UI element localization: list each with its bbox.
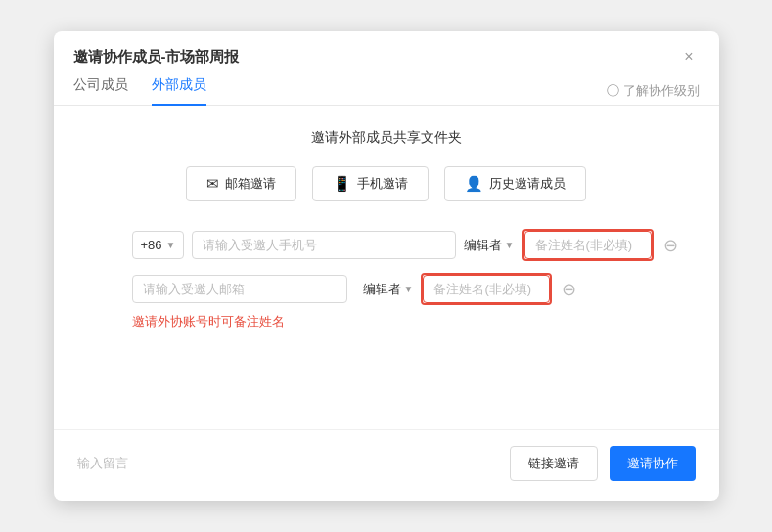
footer-actions: 链接邀请 邀请协作 [510, 446, 696, 481]
tab-company[interactable]: 公司成员 [73, 76, 128, 106]
help-link[interactable]: ⓘ 了解协作级别 [607, 82, 700, 100]
role-chevron-icon: ▼ [505, 240, 515, 250]
chevron-down-icon: ▼ [166, 240, 176, 250]
role-chevron-email-icon: ▼ [404, 284, 414, 294]
role-selector-email[interactable]: 编辑者 ▼ [363, 281, 414, 298]
close-button[interactable]: × [678, 47, 699, 66]
invite-button[interactable]: 邀请协作 [610, 446, 696, 481]
tabs-row: 公司成员 外部成员 ⓘ 了解协作级别 [54, 66, 719, 106]
dialog-header: 邀请协作成员-市场部周报 × [54, 31, 719, 66]
invite-methods: ✉ 邮箱邀请 📱 手机邀请 👤 历史邀请成员 [93, 166, 680, 201]
invite-dialog: 邀请协作成员-市场部周报 × 公司成员 外部成员 ⓘ 了解协作级别 邀请外部成员… [54, 31, 719, 501]
section-title: 邀请外部成员共享文件夹 [93, 129, 680, 147]
email-invite-button[interactable]: ✉ 邮箱邀请 [186, 166, 296, 201]
invite-rows: +86 ▼ 编辑者 ▼ ⊖ 编辑者 ▼ [132, 229, 680, 305]
note-highlight-box-email [421, 273, 552, 305]
info-icon: ⓘ [607, 82, 619, 100]
dialog-footer: 输入留言 链接邀请 邀请协作 [54, 429, 719, 501]
link-invite-button[interactable]: 链接邀请 [510, 446, 598, 481]
phone-invite-button[interactable]: 📱 手机邀请 [312, 166, 429, 201]
remove-row-email-button[interactable]: ⊖ [560, 281, 578, 298]
history-icon: 👤 [465, 175, 483, 193]
hint-text: 邀请外协账号时可备注姓名 [132, 313, 680, 331]
history-invite-button[interactable]: 👤 历史邀请成员 [444, 166, 586, 201]
phone-prefix-selector[interactable]: +86 ▼ [132, 231, 185, 259]
invite-row-phone: +86 ▼ 编辑者 ▼ ⊖ [132, 229, 680, 261]
tab-external[interactable]: 外部成员 [152, 76, 206, 106]
remove-row-phone-button[interactable]: ⊖ [661, 237, 680, 254]
invite-row-email: 编辑者 ▼ ⊖ [132, 273, 680, 305]
note-input-email[interactable] [423, 275, 550, 303]
note-input-phone[interactable] [524, 231, 652, 259]
phone-icon: 📱 [333, 175, 351, 193]
note-highlight-box [522, 229, 654, 261]
email-input[interactable] [132, 275, 347, 303]
dialog-body: 邀请外部成员共享文件夹 ✉ 邮箱邀请 📱 手机邀请 👤 历史邀请成员 +86 [54, 106, 719, 429]
email-icon: ✉ [206, 175, 219, 193]
footer-message-placeholder[interactable]: 输入留言 [77, 455, 128, 472]
phone-input[interactable] [192, 231, 455, 259]
dialog-title: 邀请协作成员-市场部周报 [73, 48, 240, 66]
role-selector-phone[interactable]: 编辑者 ▼ [464, 237, 515, 254]
